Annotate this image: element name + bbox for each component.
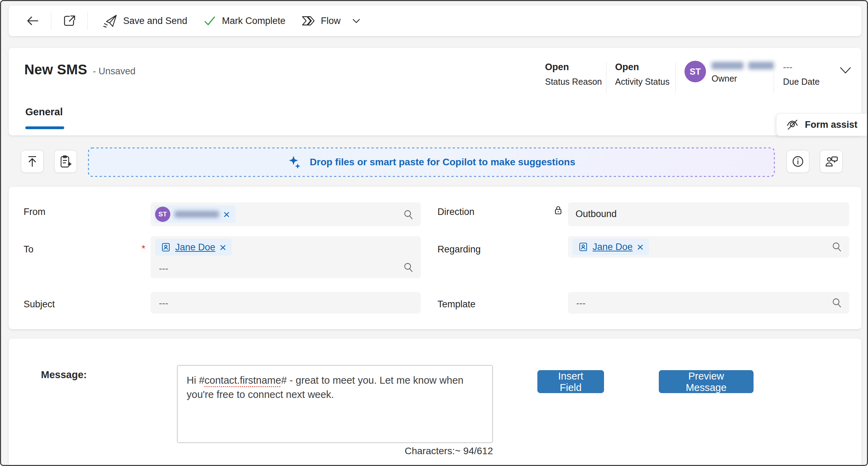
person-feedback-icon [824,154,839,169]
info-icon [791,155,805,168]
smart-paste-icon [58,154,73,169]
direction-value: Outbound [576,209,617,219]
sms-activity-page: Save and Send Mark Complete Flow New SMS… [0,0,868,466]
owner-avatar-initials: ST [690,67,701,77]
regarding-chip-link[interactable]: Jane Doe [593,242,633,252]
search-icon[interactable] [831,297,842,308]
header-divider [675,63,676,93]
to-label: To [24,244,34,255]
feedback-button[interactable] [820,150,843,173]
activity-status-field: Open Activity Status [615,62,670,87]
page-title: New SMS [24,62,87,77]
checkmark-icon [203,14,216,28]
owner-label: Owner [712,74,774,84]
status-reason-value: Open [545,62,602,73]
copilot-dropzone-text: Drop files or smart paste for Copilot to… [310,157,575,168]
open-in-new-icon [62,14,76,28]
smart-paste-button[interactable] [54,150,77,173]
active-tab-underline [25,126,64,129]
contact-badge-icon [161,242,171,252]
to-required-asterisk: * [142,243,145,254]
to-chip-link[interactable]: Jane Doe [175,242,215,253]
subject-input[interactable]: --- [151,292,421,314]
upload-icon [25,155,39,168]
message-token: contact.firstname [205,375,281,386]
general-section: From ST × Direction Outbound To * [9,187,861,329]
mark-complete-label: Mark Complete [222,16,286,26]
record-header: New SMS - Unsaved Open Status Reason Ope… [9,48,861,135]
message-section: Message: Hi #contact.firstname# - great … [9,339,861,466]
message-text: Hi #contact.firstname# - great to meet y… [187,375,463,400]
lock-icon [553,205,564,216]
from-chip-remove-button[interactable]: × [223,208,230,220]
send-icon [102,13,118,28]
to-input[interactable]: Jane Doe × --- [151,236,421,278]
save-and-send-label: Save and Send [123,16,187,26]
to-chip-remove-button[interactable]: × [220,241,227,253]
info-button[interactable] [786,150,809,173]
header-expand-button[interactable] [838,65,853,76]
save-and-send-button[interactable]: Save and Send [95,10,195,32]
insert-field-button[interactable]: Insert Field [537,370,604,393]
back-arrow-icon [25,14,40,28]
header-divider [606,63,606,93]
template-value: --- [576,298,586,309]
flow-icon [301,14,315,28]
from-label: From [24,207,45,217]
to-empty-value: --- [159,263,168,274]
owner-avatar[interactable]: ST [684,61,706,82]
from-chip-avatar: ST [155,207,170,222]
message-label: Message: [41,369,87,381]
regarding-label: Regarding [437,244,481,255]
subject-label: Subject [24,299,55,310]
regarding-chip-remove-button[interactable]: × [637,241,644,253]
chevron-down-icon [838,65,853,76]
form-assist-label: Form assist [805,119,858,130]
to-chip[interactable]: Jane Doe × [155,239,232,256]
header-divider [774,63,774,93]
back-button[interactable] [21,10,44,32]
regarding-chip[interactable]: Jane Doe × [572,239,649,255]
template-input[interactable]: --- [568,292,849,314]
tab-general[interactable]: General [25,106,63,118]
direction-label: Direction [437,207,475,217]
flow-label: Flow [321,16,341,26]
form-assist-flyout[interactable]: Form assist [776,113,867,136]
upload-file-button[interactable] [21,150,44,173]
due-date-value: --- [783,62,820,73]
record-state: - Unsaved [93,66,135,77]
toolbar-divider [51,12,51,30]
character-counter: Characters:~ 94/612 [177,446,493,457]
due-date-label: Due Date [783,77,820,87]
command-bar: Save and Send Mark Complete Flow [9,6,861,36]
owner-field[interactable]: Owner [712,62,774,84]
from-chip-name-redacted [175,211,219,218]
open-in-new-window-button[interactable] [58,10,80,32]
regarding-input[interactable]: Jane Doe × [568,236,849,258]
eye-off-icon [785,118,799,132]
search-icon[interactable] [403,209,414,220]
title-row: New SMS - Unsaved [24,62,136,77]
flow-button[interactable]: Flow [293,10,369,32]
from-chip[interactable]: ST × [154,206,236,223]
contact-badge-icon [578,242,588,252]
preview-message-button[interactable]: Preview Message [659,370,754,393]
search-icon[interactable] [403,262,414,273]
message-textarea[interactable]: Hi #contact.firstname# - great to meet y… [177,365,493,443]
search-icon[interactable] [831,241,842,252]
activity-status-label: Activity Status [615,77,670,87]
subject-value: --- [159,298,168,309]
chevron-down-icon [351,16,361,26]
copilot-dropzone[interactable]: Drop files or smart paste for Copilot to… [88,147,775,177]
activity-status-value: Open [615,62,670,73]
direction-input[interactable]: Outbound [568,202,849,226]
due-date-field[interactable]: --- Due Date [783,62,820,87]
owner-name-redacted [712,62,774,69]
status-reason-field: Open Status Reason [545,62,602,87]
from-input[interactable]: ST × [151,202,421,226]
status-reason-label: Status Reason [545,77,602,87]
mark-complete-button[interactable]: Mark Complete [195,10,293,32]
template-label: Template [437,299,476,310]
toolbar-divider [87,12,88,30]
copilot-sparkle-icon [288,155,303,170]
